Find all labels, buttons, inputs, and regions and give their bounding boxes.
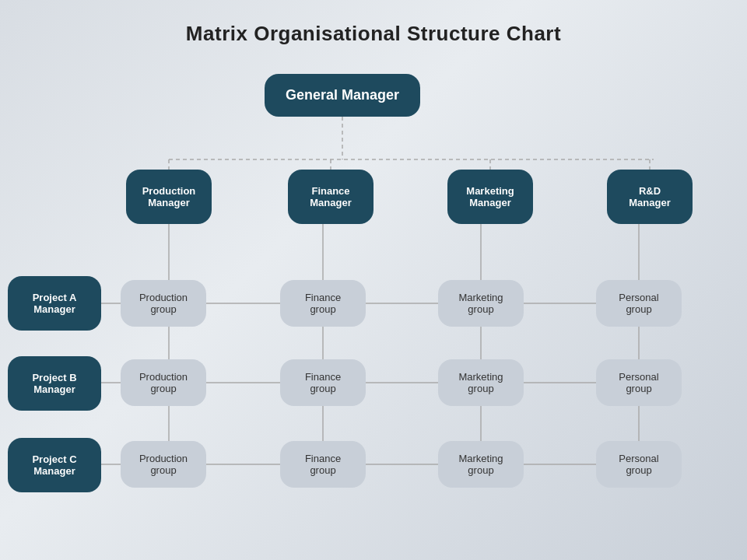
cell-c-production: Productiongroup [121,441,206,488]
cell-b-personal: Personalgroup [596,359,682,406]
cell-a-marketing: Marketinggroup [438,280,524,327]
marketing-manager-node: MarketingManager [447,170,533,224]
cell-c-marketing: Marketinggroup [438,441,524,488]
cell-c-personal: Personalgroup [596,441,682,488]
chart-title: Matrix Organisational Structure Chart [16,8,731,54]
cell-b-production: Productiongroup [121,359,206,406]
finance-manager-node: FinanceManager [288,170,374,224]
cell-a-production: Productiongroup [121,280,206,327]
project-c-manager-node: Project CManager [8,438,101,492]
project-b-manager-node: Project BManager [8,356,101,411]
cell-b-finance: Financegroup [280,359,366,406]
cell-a-personal: Personalgroup [596,280,682,327]
general-manager-node: General Manager [265,74,420,117]
chart-container: Matrix Organisational Structure Chart [0,0,747,560]
cell-c-finance: Financegroup [280,441,366,488]
cell-b-marketing: Marketinggroup [438,359,524,406]
rnd-manager-node: R&DManager [607,170,693,224]
project-a-manager-node: Project AManager [8,276,101,331]
production-manager-node: ProductionManager [126,170,212,224]
cell-a-finance: Financegroup [280,280,366,327]
